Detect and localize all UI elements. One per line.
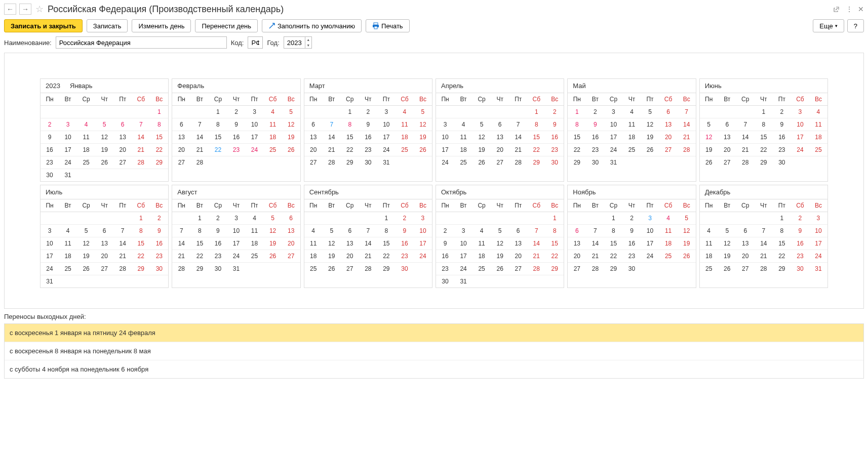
day-cell[interactable]: 12 [77,237,95,250]
day-cell[interactable]: 13 [736,237,755,250]
day-cell[interactable]: 9 [209,225,227,237]
day-cell[interactable]: 27 [568,263,586,275]
day-cell[interactable]: 12 [414,118,432,131]
day-cell[interactable]: 9 [359,118,377,131]
day-cell[interactable]: 31 [604,156,622,169]
day-cell[interactable]: 1 [377,212,396,224]
day-cell[interactable]: 22 [545,250,564,262]
day-cell[interactable]: 9 [436,237,454,250]
day-cell[interactable]: 23 [622,250,641,262]
day-cell[interactable]: 7 [509,118,527,131]
day-cell[interactable]: 5 [264,212,282,224]
day-cell[interactable]: 2 [773,106,791,118]
day-cell[interactable]: 19 [678,237,696,250]
day-cell[interactable]: 24 [641,250,659,262]
favorite-star-icon[interactable]: ☆ [34,4,45,14]
day-cell[interactable]: 6 [341,225,359,237]
year-field[interactable] [284,36,305,49]
day-cell[interactable]: 21 [509,144,527,156]
day-cell[interactable]: 24 [414,250,432,262]
day-cell[interactable]: 1 [132,212,150,224]
day-cell[interactable]: 13 [718,131,736,143]
day-cell[interactable]: 1 [568,106,586,118]
day-cell[interactable]: 10 [604,118,622,131]
day-cell[interactable]: 2 [359,106,377,118]
day-cell[interactable]: 26 [491,263,509,275]
day-cell[interactable]: 11 [454,131,472,143]
day-cell[interactable]: 5 [491,225,509,237]
day-cell[interactable]: 21 [113,250,132,262]
day-cell[interactable]: 31 [59,169,77,181]
day-cell[interactable]: 23 [227,144,245,156]
day-cell[interactable]: 1 [190,212,209,224]
day-cell[interactable]: 22 [527,144,545,156]
day-cell[interactable]: 29 [132,263,150,275]
day-cell[interactable]: 17 [414,237,432,250]
day-cell[interactable]: 14 [736,131,755,143]
day-cell[interactable]: 14 [527,237,545,250]
day-cell[interactable]: 18 [700,250,718,262]
day-cell[interactable]: 2 [150,212,168,224]
day-cell[interactable]: 5 [414,106,432,118]
day-cell[interactable]: 12 [282,118,300,131]
day-cell[interactable]: 22 [604,250,622,262]
day-cell[interactable]: 29 [604,263,622,275]
day-cell[interactable]: 8 [341,118,359,131]
day-cell[interactable]: 7 [678,106,696,118]
day-cell[interactable]: 20 [282,237,300,250]
day-cell[interactable]: 30 [622,263,641,275]
day-cell[interactable]: 23 [791,250,809,262]
day-cell[interactable]: 5 [282,106,300,118]
day-cell[interactable]: 6 [568,225,586,237]
day-cell[interactable]: 25 [454,156,472,169]
day-cell[interactable]: 8 [150,118,168,131]
day-cell[interactable]: 18 [454,144,472,156]
day-cell[interactable]: 28 [527,263,545,275]
day-cell[interactable]: 23 [209,250,227,262]
day-cell[interactable]: 10 [791,118,809,131]
day-cell[interactable]: 23 [396,250,414,262]
day-cell[interactable]: 15 [527,131,545,143]
day-cell[interactable]: 25 [809,144,827,156]
day-cell[interactable]: 14 [359,237,377,250]
day-cell[interactable]: 14 [132,131,150,143]
day-cell[interactable]: 3 [227,212,245,224]
day-cell[interactable]: 21 [323,144,341,156]
day-cell[interactable]: 22 [755,144,773,156]
day-cell[interactable]: 11 [264,118,282,131]
day-cell[interactable]: 7 [736,118,755,131]
day-cell[interactable]: 3 [41,225,59,237]
day-cell[interactable]: 19 [95,144,113,156]
day-cell[interactable]: 3 [414,212,432,224]
day-cell[interactable]: 27 [304,156,323,169]
day-cell[interactable]: 8 [190,225,209,237]
day-cell[interactable]: 2 [396,212,414,224]
day-cell[interactable]: 18 [246,237,264,250]
day-cell[interactable]: 18 [59,250,77,262]
day-cell[interactable]: 2 [545,106,564,118]
kebab-menu-icon[interactable]: ⋮ [846,5,853,13]
day-cell[interactable]: 22 [209,144,227,156]
day-cell[interactable]: 26 [678,250,696,262]
day-cell[interactable]: 13 [341,237,359,250]
day-cell[interactable]: 2 [209,212,227,224]
day-cell[interactable]: 8 [209,118,227,131]
day-cell[interactable]: 27 [282,250,300,262]
day-cell[interactable]: 27 [718,156,736,169]
day-cell[interactable]: 14 [323,131,341,143]
day-cell[interactable]: 10 [59,131,77,143]
day-cell[interactable]: 22 [132,250,150,262]
day-cell[interactable]: 15 [755,131,773,143]
day-cell[interactable]: 24 [377,144,396,156]
fill-default-button[interactable]: Заполнить по умолчанию [262,19,362,32]
day-cell[interactable]: 4 [659,212,678,224]
day-cell[interactable]: 6 [491,118,509,131]
day-cell[interactable]: 17 [604,131,622,143]
day-cell[interactable]: 16 [150,237,168,250]
day-cell[interactable]: 11 [472,237,491,250]
save-and-close-button[interactable]: Записать и закрыть [4,19,83,32]
day-cell[interactable]: 21 [359,250,377,262]
day-cell[interactable]: 29 [773,263,791,275]
day-cell[interactable]: 6 [95,225,113,237]
day-cell[interactable]: 16 [622,237,641,250]
